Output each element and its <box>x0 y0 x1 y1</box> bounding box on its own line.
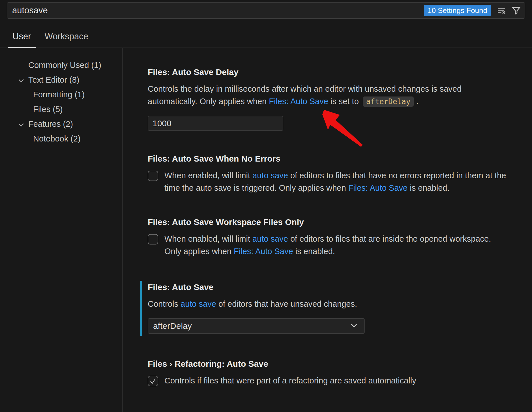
setting-dropdown[interactable]: afterDelay <box>148 318 365 334</box>
tab-workspace[interactable]: Workspace <box>40 31 93 48</box>
description-text: . <box>416 97 418 106</box>
checkbox-checked[interactable] <box>148 376 158 386</box>
tab-user[interactable]: User <box>8 31 36 48</box>
setting-title: Files: Auto Save Delay <box>148 67 510 77</box>
setting-description: Controls the delay in milliseconds after… <box>148 83 504 108</box>
setting-files-auto-save: Files: Auto SaveControls auto save of ed… <box>140 281 510 336</box>
code-value: afterDelay <box>363 96 414 107</box>
setting-number-input[interactable] <box>148 116 283 131</box>
setting-link[interactable]: auto save <box>252 171 288 180</box>
settings-list: Files: Auto Save DelayControls the delay… <box>123 48 532 412</box>
sidebar-item-label: Text Editor (8) <box>28 75 80 85</box>
settings-count-badge: 10 Settings Found <box>424 5 491 16</box>
search-input[interactable] <box>7 3 424 18</box>
setting-files-auto-save-delay: Files: Auto Save DelayControls the delay… <box>148 67 510 131</box>
sidebar-item-label: Features (2) <box>28 119 73 129</box>
setting-description: Controls if files that were part of a re… <box>164 374 416 387</box>
setting-link[interactable]: Files: Auto Save <box>348 183 408 192</box>
description-text: Controls <box>148 299 181 308</box>
sidebar-item-formatting[interactable]: Formatting (1) <box>0 87 122 102</box>
setting-title: Files: Auto Save When No Errors <box>148 154 510 164</box>
settings-search-bar: 10 Settings Found <box>7 2 525 19</box>
settings-tree-sidebar: Commonly Used (1)Text Editor (8)Formatti… <box>0 48 123 412</box>
checkbox-unchecked[interactable] <box>148 234 158 244</box>
description-text: is set to <box>328 97 361 106</box>
sidebar-item-files[interactable]: Files (5) <box>0 102 122 117</box>
setting-title: Files: Auto Save <box>148 282 510 292</box>
sidebar-item-label: Notebook (2) <box>33 134 81 143</box>
setting-description: When enabled, will limit auto save of ed… <box>164 233 506 258</box>
sidebar-item-commonly-used[interactable]: Commonly Used (1) <box>0 58 122 72</box>
chevron-down-icon[interactable] <box>17 121 25 131</box>
setting-link[interactable]: Files: Auto Save <box>269 97 328 106</box>
setting-title: Files: Auto Save Workspace Files Only <box>148 217 510 227</box>
setting-title: Files › Refactoring: Auto Save <box>148 359 510 369</box>
setting-description: Controls auto save of editors that have … <box>148 298 504 310</box>
filter-icon[interactable] <box>510 5 522 16</box>
sidebar-item-features[interactable]: Features (2) <box>0 117 122 131</box>
clear-search-results-icon[interactable] <box>495 5 507 16</box>
setting-link[interactable]: auto save <box>252 234 288 243</box>
description-text: is enabled. <box>293 247 335 256</box>
setting-link[interactable]: auto save <box>181 299 216 308</box>
dropdown-selected-value: afterDelay <box>153 321 192 331</box>
setting-description: When enabled, will limit auto save of ed… <box>164 169 506 194</box>
checkbox-unchecked[interactable] <box>148 171 158 181</box>
description-text: Controls if files that were part of a re… <box>164 376 416 385</box>
sidebar-item-label: Commonly Used (1) <box>28 61 101 70</box>
sidebar-item-notebook[interactable]: Notebook (2) <box>0 131 122 146</box>
description-text: When enabled, will limit <box>164 234 252 243</box>
setting-files-auto-save-when-no-errors: Files: Auto Save When No ErrorsWhen enab… <box>148 154 510 194</box>
settings-scope-tabs: User Workspace <box>0 26 532 48</box>
description-text: When enabled, will limit <box>164 171 252 180</box>
description-text: is enabled. <box>407 183 449 192</box>
setting-files-auto-save-workspace-files-only: Files: Auto Save Workspace Files OnlyWhe… <box>148 217 510 258</box>
description-text: of editors that have unsaved changes. <box>216 299 357 308</box>
sidebar-item-label: Formatting (1) <box>33 90 85 99</box>
setting-files-refactoring-auto-save: Files › Refactoring: Auto SaveControls i… <box>148 359 510 387</box>
sidebar-item-text-editor[interactable]: Text Editor (8) <box>0 72 122 87</box>
chevron-down-icon <box>349 321 359 331</box>
setting-link[interactable]: Files: Auto Save <box>234 247 293 256</box>
sidebar-item-label: Files (5) <box>33 105 63 114</box>
chevron-down-icon[interactable] <box>17 76 25 87</box>
